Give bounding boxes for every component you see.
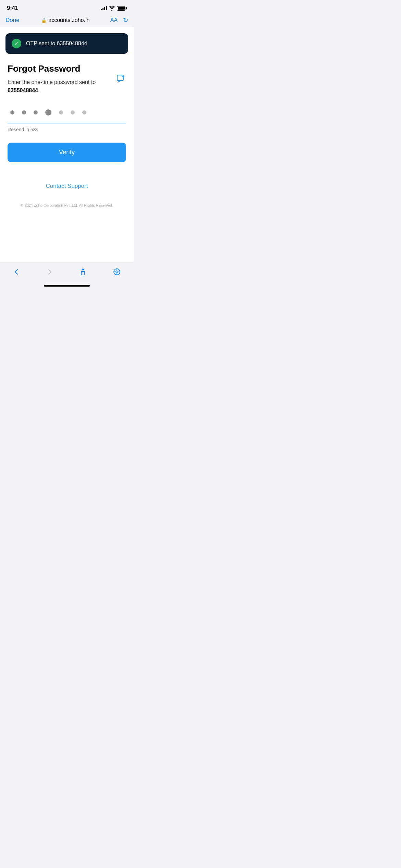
feedback-button[interactable] [114,72,128,86]
home-indicator [44,285,90,287]
bottom-nav [0,262,134,285]
otp-underline [8,123,126,123]
otp-dot-6 [71,110,75,114]
otp-dot-2 [22,110,26,114]
page-content: ✓ OTP sent to 6355048844 Forgot Password… [0,27,134,262]
url-bar[interactable]: 🔒 accounts.zoho.in [25,17,106,23]
svg-point-3 [116,271,118,273]
otp-dot-5 [59,110,63,114]
status-icons [101,6,127,11]
browser-actions: AA ↻ [110,16,128,24]
share-button[interactable] [72,266,94,278]
browser-bar: Done 🔒 accounts.zoho.in AA ↻ [0,14,134,27]
toast-message: OTP sent to 6355048844 [26,40,87,47]
page-footer: © 2024 Zoho Corporation Pvt. Ltd. All Ri… [0,196,134,214]
page-title: Forgot Password [8,63,126,74]
subtitle-suffix: . [38,87,39,93]
otp-dot-7 [82,110,86,114]
url-text: accounts.zoho.in [48,17,89,23]
bookmarks-button[interactable] [106,266,128,278]
otp-dot-3 [34,110,38,114]
otp-dot-1 [10,110,14,114]
done-button[interactable]: Done [5,17,21,24]
wifi-icon [109,6,115,11]
battery-icon [117,6,127,11]
status-time: 9:41 [7,5,18,12]
lock-icon: 🔒 [41,18,47,23]
back-button[interactable] [6,266,27,278]
forward-button[interactable] [39,266,60,278]
svg-rect-0 [117,75,123,81]
page-subtitle: Enter the one-time password sent to 6355… [8,78,126,95]
contact-support-wrap: Contact Support [8,183,126,196]
contact-support-link[interactable]: Contact Support [46,183,88,189]
status-bar: 9:41 [0,0,134,14]
otp-dots [8,106,126,119]
otp-input-container[interactable] [8,106,126,123]
otp-toast: ✓ OTP sent to 6355048844 [5,33,128,54]
signal-icon [101,6,107,10]
verify-button[interactable]: Verify [8,143,126,162]
phone-number: 6355048844 [8,87,38,93]
aa-button[interactable]: AA [110,17,118,23]
refresh-icon[interactable]: ↻ [123,16,128,24]
otp-dot-4 [45,109,51,116]
toast-check-icon: ✓ [12,39,21,48]
subtitle-prefix: Enter the one-time password sent to [8,79,96,85]
resend-timer: Resend in 58s [8,127,126,132]
